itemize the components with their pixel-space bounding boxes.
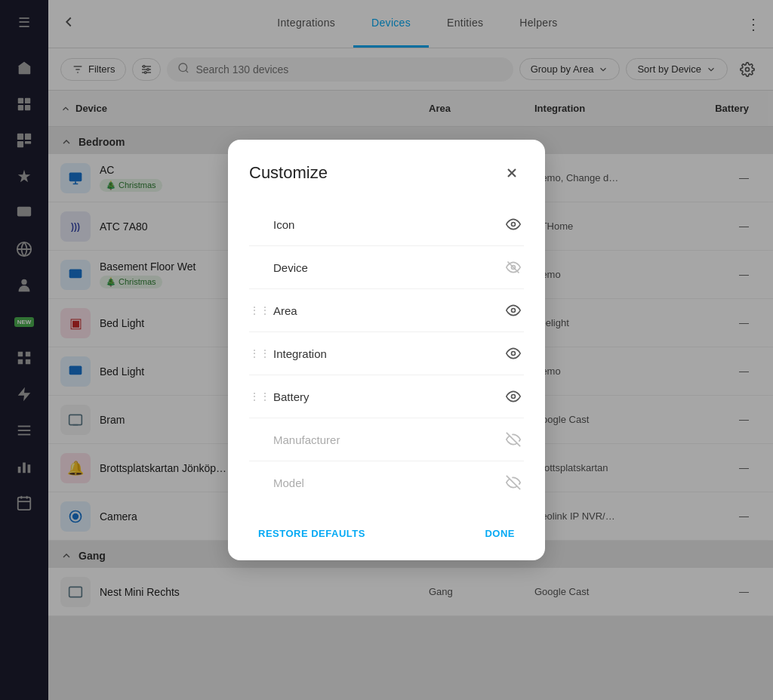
modal-row-label: Manufacturer — [273, 433, 494, 446]
modal-row-label: Integration — [273, 347, 494, 360]
eye-hidden-icon[interactable] — [503, 472, 524, 493]
modal-row-manufacturer: Manufacturer — [249, 418, 524, 461]
eye-visible-icon[interactable] — [503, 300, 524, 321]
eye-visible-icon[interactable] — [503, 214, 524, 235]
svg-point-45 — [512, 223, 516, 227]
svg-point-48 — [512, 309, 516, 313]
modal-row-integration: ⋮⋮ Integration — [249, 332, 524, 375]
modal-row-label: Device — [273, 261, 494, 274]
done-button[interactable]: DONE — [476, 522, 524, 545]
eye-hidden-icon[interactable] — [503, 429, 524, 450]
modal-row-model: Model — [249, 461, 524, 504]
drag-handle[interactable]: ⋮⋮ — [249, 347, 264, 359]
modal-row-device: Device — [249, 246, 524, 289]
restore-defaults-button[interactable]: RESTORE DEFAULTS — [249, 522, 374, 545]
modal-row-area: ⋮⋮ Area — [249, 289, 524, 332]
svg-point-50 — [512, 395, 516, 399]
modal-row-label: Battery — [273, 390, 494, 403]
drag-handle[interactable]: ⋮⋮ — [249, 390, 264, 402]
drag-handle[interactable]: ⋮⋮ — [249, 304, 264, 316]
modal-title: Customize — [249, 163, 328, 183]
modal-row-label: Icon — [273, 218, 494, 231]
modal-footer: RESTORE DEFAULTS DONE — [249, 516, 524, 545]
modal-overlay[interactable]: Customize Icon Device ⋮⋮ Area — [0, 0, 773, 700]
modal-close-button[interactable] — [500, 161, 524, 185]
svg-point-49 — [512, 352, 516, 356]
eye-visible-icon[interactable] — [503, 343, 524, 364]
eye-visible-icon[interactable] — [503, 386, 524, 407]
modal-row-label: Model — [273, 476, 494, 489]
modal-header: Customize — [249, 161, 524, 185]
modal-row-label: Area — [273, 304, 494, 317]
modal-row-icon: Icon — [249, 203, 524, 246]
customize-modal: Customize Icon Device ⋮⋮ Area — [228, 140, 545, 560]
modal-row-battery: ⋮⋮ Battery — [249, 375, 524, 418]
eye-hidden-icon[interactable] — [503, 257, 524, 278]
